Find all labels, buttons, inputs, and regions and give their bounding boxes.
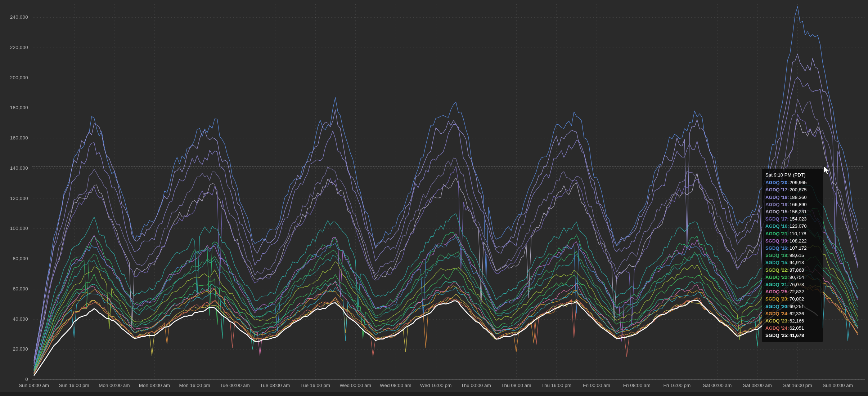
tooltip-series-value: 41,678 xyxy=(790,332,804,339)
tooltip-series-value: 156,231 xyxy=(790,208,807,215)
x-tick-label: Mon 00:00 am xyxy=(99,383,130,388)
tooltip-series-label: SGDQ '19: xyxy=(765,237,790,245)
x-tick-label: Mon 16:00 pm xyxy=(179,383,210,388)
x-tick-label: Mon 08:00 am xyxy=(139,383,170,388)
tooltip-row: SGDQ '17:154,023 xyxy=(765,215,819,223)
y-tick-label: 60,000 xyxy=(0,286,28,292)
tooltip-series-label: SGDQ '22: xyxy=(765,267,790,274)
tooltip-series-value: 94,913 xyxy=(790,259,804,266)
y-tick-label: 0 xyxy=(0,377,28,382)
tooltip-row: AGDQ '19:166,890 xyxy=(765,201,819,208)
tooltip-row: AGDQ '22:80,754 xyxy=(765,274,819,281)
y-tick-label: 40,000 xyxy=(0,316,28,322)
x-tick-label: Sat 00:00 am xyxy=(703,383,732,388)
x-tick-label: Fri 16:00 pm xyxy=(664,383,691,388)
tooltip-row: SGDQ '18:98,615 xyxy=(765,252,819,259)
tooltip-series-value: 108,222 xyxy=(790,237,807,245)
tooltip-series-label: AGDQ '23: xyxy=(765,317,790,325)
crosshair-horizontal-line xyxy=(32,166,864,166)
x-tick-label: Sun 16:00 pm xyxy=(59,383,89,388)
bottom-strip xyxy=(0,392,868,396)
tooltip-series-value: 70,002 xyxy=(790,295,804,303)
tooltip-series-label: AGDQ '18: xyxy=(765,194,790,201)
tooltip-series-label: SGDQ '15: xyxy=(765,259,790,266)
tooltip-row: SGDQ '25:41,678 xyxy=(765,332,819,339)
y-tick-label: 220,000 xyxy=(0,45,28,50)
y-tick-label: 140,000 xyxy=(0,165,28,171)
x-tick-label: Tue 08:00 am xyxy=(260,383,290,388)
x-tick-label: Sat 08:00 am xyxy=(743,383,772,388)
tooltip-series-label: SGDQ '20: xyxy=(765,303,790,310)
tooltip-series-value: 87,868 xyxy=(790,267,804,274)
tooltip-series-label: AGDQ '16: xyxy=(765,223,790,230)
tooltip-series-label: AGDQ '17: xyxy=(765,186,790,193)
x-tick-label: Wed 08:00 am xyxy=(380,383,411,388)
tooltip-series-label: AGDQ '25: xyxy=(765,288,790,295)
tooltip-series-value: 154,023 xyxy=(790,215,807,223)
x-tick-label: Thu 16:00 pm xyxy=(541,383,571,388)
chart-canvas[interactable] xyxy=(0,0,868,396)
tooltip-row: AGDQ '17:200,875 xyxy=(765,186,819,193)
tooltip-series-value: 62,166 xyxy=(790,317,804,325)
crosshair-vertical-line xyxy=(824,2,824,379)
tooltip-series-label: SGDQ '23: xyxy=(765,295,790,303)
tooltip-series-label: SGDQ '24: xyxy=(765,310,790,317)
x-tick-label: Sun 00:00 am xyxy=(823,383,853,388)
tooltip-series-value: 166,890 xyxy=(790,201,807,208)
tooltip-series-value: 123,070 xyxy=(790,223,807,230)
y-tick-label: 100,000 xyxy=(0,226,28,231)
tooltip-row: AGDQ '15:156,231 xyxy=(765,208,819,215)
x-tick-label: Fri 00:00 am xyxy=(583,383,610,388)
x-tick-label: Tue 16:00 pm xyxy=(300,383,330,388)
y-tick-label: 120,000 xyxy=(0,196,28,201)
tooltip-rows: AGDQ '20:209,965AGDQ '17:200,875AGDQ '18… xyxy=(765,179,819,339)
tooltip-series-label: SGDQ '25: xyxy=(765,332,790,339)
tooltip-row: SGDQ '16:107,172 xyxy=(765,245,819,252)
tooltip-row: SGDQ '24:62,336 xyxy=(765,310,819,317)
mouse-cursor xyxy=(823,165,832,175)
tooltip-row: SGDQ '19:108,222 xyxy=(765,237,819,245)
tooltip-row: SGDQ '20:69,251 xyxy=(765,303,819,310)
x-tick-label: Tue 00:00 am xyxy=(220,383,250,388)
tooltip-row: AGDQ '23:62,166 xyxy=(765,317,819,325)
tooltip-row: AGDQ '18:188,360 xyxy=(765,194,819,201)
tooltip-series-value: 80,754 xyxy=(790,274,804,281)
y-tick-label: 160,000 xyxy=(0,135,28,141)
y-tick-label: 80,000 xyxy=(0,256,28,261)
tooltip-series-value: 110,178 xyxy=(790,230,806,237)
tooltip-row: AGDQ '25:72,832 xyxy=(765,288,819,295)
tooltip-series-label: AGDQ '15: xyxy=(765,208,790,215)
x-tick-label: Fri 08:00 am xyxy=(623,383,651,388)
tooltip-row: AGDQ '21:110,178 xyxy=(765,230,819,237)
tooltip-timestamp: Sat 9:10 PM (PDT) xyxy=(765,172,819,179)
tooltip-series-label: AGDQ '21: xyxy=(765,230,790,237)
tooltip-series-label: AGDQ '24: xyxy=(765,325,790,332)
tooltip-series-label: SGDQ '18: xyxy=(765,252,790,259)
x-tick-label: Sat 16:00 pm xyxy=(783,383,812,388)
tooltip-row: AGDQ '20:209,965 xyxy=(765,179,819,186)
x-tick-label: Thu 08:00 am xyxy=(501,383,531,388)
tooltip-series-label: SGDQ '21: xyxy=(765,281,790,288)
y-tick-label: 180,000 xyxy=(0,105,28,110)
tooltip-row: AGDQ '16:123,070 xyxy=(765,223,819,230)
x-tick-label: Sun 08:00 am xyxy=(19,383,49,388)
tooltip-series-value: 72,832 xyxy=(790,288,804,295)
viewership-chart: 020,00040,00060,00080,000100,000120,0001… xyxy=(0,0,868,396)
tooltip-series-value: 62,051 xyxy=(790,325,804,332)
y-tick-label: 20,000 xyxy=(0,346,28,352)
tooltip-series-label: AGDQ '19: xyxy=(765,201,790,208)
tooltip-series-value: 69,251 xyxy=(790,303,804,310)
tooltip-series-value: 200,875 xyxy=(790,186,807,193)
tooltip-series-value: 188,360 xyxy=(790,194,807,201)
tooltip-series-value: 209,965 xyxy=(790,179,807,186)
tooltip-series-value: 98,615 xyxy=(790,252,804,259)
x-tick-label: Wed 16:00 pm xyxy=(420,383,452,388)
hover-tooltip: Sat 9:10 PM (PDT) AGDQ '20:209,965AGDQ '… xyxy=(762,169,823,342)
tooltip-row: SGDQ '21:76,073 xyxy=(765,281,819,288)
tooltip-row: SGDQ '15:94,913 xyxy=(765,259,819,266)
tooltip-series-label: SGDQ '16: xyxy=(765,245,790,252)
tooltip-row: AGDQ '24:62,051 xyxy=(765,325,819,332)
y-tick-label: 240,000 xyxy=(0,14,28,20)
tooltip-row: SGDQ '23:70,002 xyxy=(765,295,819,303)
tooltip-series-value: 76,073 xyxy=(790,281,804,288)
